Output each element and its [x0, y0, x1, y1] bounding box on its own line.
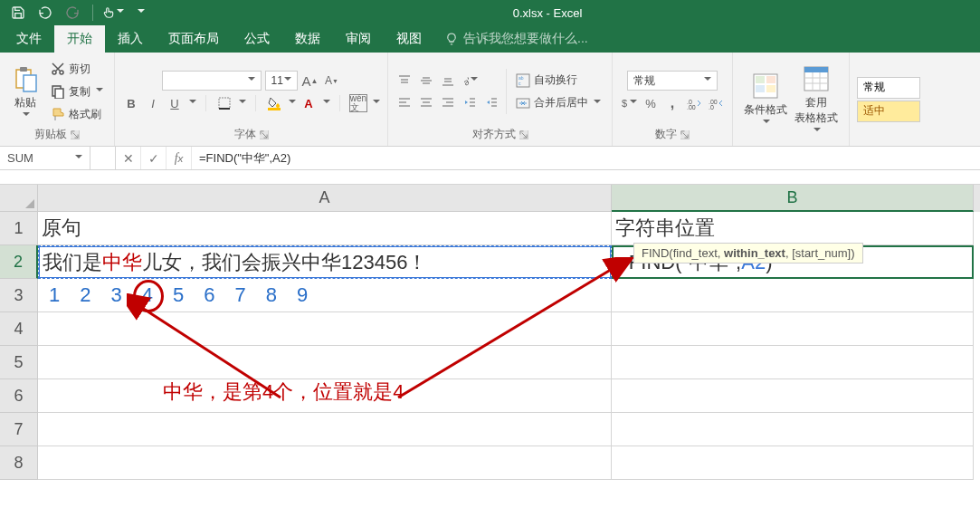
- name-box[interactable]: SUM: [0, 147, 90, 169]
- svg-rect-1: [20, 67, 27, 72]
- row-header-3[interactable]: 3: [0, 279, 38, 312]
- quick-access-toolbar: [0, 2, 151, 24]
- bold-button[interactable]: B: [122, 94, 140, 112]
- font-size-select[interactable]: 11: [265, 71, 298, 91]
- cell-A2[interactable]: 我们是中华儿女，我们会振兴中华123456！: [38, 245, 612, 279]
- tab-insert[interactable]: 插入: [105, 25, 156, 53]
- align-left-icon[interactable]: [395, 93, 414, 111]
- svg-rect-9: [268, 108, 281, 110]
- conditional-format-button[interactable]: 条件格式: [740, 70, 791, 129]
- format-table-button[interactable]: 套用 表格格式: [791, 62, 842, 137]
- function-tooltip[interactable]: FIND(find_text, within_text, [start_num]…: [633, 243, 863, 264]
- underline-button[interactable]: U: [166, 94, 184, 112]
- tab-data[interactable]: 数据: [282, 25, 333, 53]
- row-header-6[interactable]: 6: [0, 379, 38, 413]
- align-right-icon[interactable]: [439, 93, 457, 111]
- ribbon-tabs: 文件 开始 插入 页面布局 公式 数据 审阅 视图 告诉我您想要做什么...: [0, 25, 980, 53]
- border-button[interactable]: [215, 94, 233, 112]
- align-center-icon[interactable]: [417, 93, 435, 111]
- decrease-indent-icon[interactable]: [461, 93, 479, 111]
- cell-B3[interactable]: [612, 279, 974, 312]
- cell-A4[interactable]: [38, 312, 612, 346]
- title-bar: 0.xlsx - Excel: [0, 0, 980, 25]
- group-number: 常规 $ % , .0.00 .00.0 数字: [613, 53, 733, 146]
- row-header-1[interactable]: 1: [0, 212, 38, 245]
- increase-indent-icon[interactable]: [482, 93, 500, 111]
- row-header-5[interactable]: 5: [0, 346, 38, 379]
- enter-formula-icon[interactable]: ✓: [141, 147, 167, 169]
- cell-B1[interactable]: 字符串位置: [612, 212, 974, 245]
- tell-me-label: 告诉我您想要做什么...: [463, 31, 588, 47]
- redo-icon[interactable]: [62, 2, 83, 24]
- font-color-button[interactable]: A: [300, 94, 318, 112]
- format-painter-button[interactable]: 格式刷: [47, 105, 107, 124]
- cell-A3[interactable]: 1 2 3 4 5 6 7 8 9: [38, 279, 612, 312]
- select-all-corner[interactable]: [0, 185, 38, 212]
- row-header-8[interactable]: 8: [0, 446, 38, 480]
- col-header-B[interactable]: B: [612, 185, 974, 212]
- fill-color-button[interactable]: [265, 94, 283, 112]
- svg-rect-2: [24, 75, 36, 91]
- cell-A8[interactable]: [38, 446, 612, 480]
- cancel-formula-icon[interactable]: ✕: [116, 147, 141, 169]
- paste-button[interactable]: 粘贴: [7, 62, 43, 121]
- row-header-4[interactable]: 4: [0, 312, 38, 346]
- svg-rect-50: [804, 67, 828, 72]
- increase-decimal-icon[interactable]: .0.00: [685, 94, 703, 112]
- copy-button[interactable]: 复制: [47, 82, 107, 101]
- italic-button[interactable]: I: [144, 94, 162, 112]
- formula-input[interactable]: [192, 147, 980, 169]
- row-header-7[interactable]: 7: [0, 413, 38, 446]
- orientation-icon[interactable]: ab: [461, 72, 479, 90]
- tab-layout[interactable]: 页面布局: [156, 25, 232, 53]
- col-header-A[interactable]: A: [38, 185, 612, 212]
- tab-file[interactable]: 文件: [4, 25, 54, 53]
- touch-mode-icon[interactable]: [102, 2, 124, 24]
- cell-A1[interactable]: 原句: [38, 212, 612, 245]
- svg-rect-6: [55, 89, 63, 99]
- merge-center-button[interactable]: 合并后居中: [512, 93, 604, 112]
- cell-A5[interactable]: [38, 346, 612, 379]
- percent-format-icon[interactable]: %: [642, 94, 660, 112]
- tab-view[interactable]: 视图: [384, 25, 434, 53]
- save-icon[interactable]: [7, 2, 29, 24]
- cut-button[interactable]: 剪切: [47, 60, 107, 79]
- accounting-format-icon[interactable]: $: [620, 94, 638, 112]
- cell-A7[interactable]: [38, 413, 612, 446]
- tab-formulas[interactable]: 公式: [232, 25, 282, 53]
- align-bottom-icon[interactable]: [439, 72, 457, 90]
- style-normal[interactable]: 常规: [857, 77, 920, 99]
- undo-icon[interactable]: [34, 2, 56, 24]
- group-cell-styles: 常规 适中: [850, 53, 920, 146]
- annotation-text: 中华，是第4个，位置就是4: [163, 378, 404, 406]
- style-moderate[interactable]: 适中: [857, 101, 920, 122]
- cell-B7[interactable]: [612, 413, 974, 446]
- row-header-2[interactable]: 2: [0, 245, 38, 279]
- qat-customize-icon[interactable]: [129, 2, 151, 24]
- svg-text:c: c: [519, 81, 521, 86]
- cell-B4[interactable]: [612, 312, 974, 346]
- font-family-select[interactable]: [162, 71, 262, 91]
- svg-text:.0: .0: [709, 104, 714, 110]
- formula-bar: SUM ✕ ✓ fx: [0, 147, 980, 170]
- tab-review[interactable]: 审阅: [333, 25, 384, 53]
- svg-rect-48: [766, 85, 775, 92]
- group-alignment: ab abc 自动换行 合并后居中: [388, 53, 613, 146]
- fx-icon[interactable]: fx: [167, 147, 192, 169]
- align-top-icon[interactable]: [395, 72, 414, 90]
- cell-B6[interactable]: [612, 379, 974, 413]
- cell-B8[interactable]: [612, 446, 974, 480]
- tab-home[interactable]: 开始: [54, 25, 105, 53]
- cell-B5[interactable]: [612, 346, 974, 379]
- number-format-select[interactable]: 常规: [627, 71, 718, 91]
- tell-me[interactable]: 告诉我您想要做什么...: [434, 25, 599, 53]
- comma-format-icon[interactable]: ,: [663, 94, 681, 112]
- wrap-text-button[interactable]: abc 自动换行: [512, 71, 604, 90]
- svg-rect-7: [219, 98, 230, 109]
- align-middle-icon[interactable]: [417, 72, 435, 90]
- increase-font-icon[interactable]: A▲: [301, 72, 319, 90]
- phonetic-button[interactable]: wén文: [349, 94, 367, 112]
- svg-text:ab: ab: [461, 74, 469, 87]
- decrease-decimal-icon[interactable]: .00.0: [707, 94, 725, 112]
- decrease-font-icon[interactable]: A▼: [323, 72, 341, 90]
